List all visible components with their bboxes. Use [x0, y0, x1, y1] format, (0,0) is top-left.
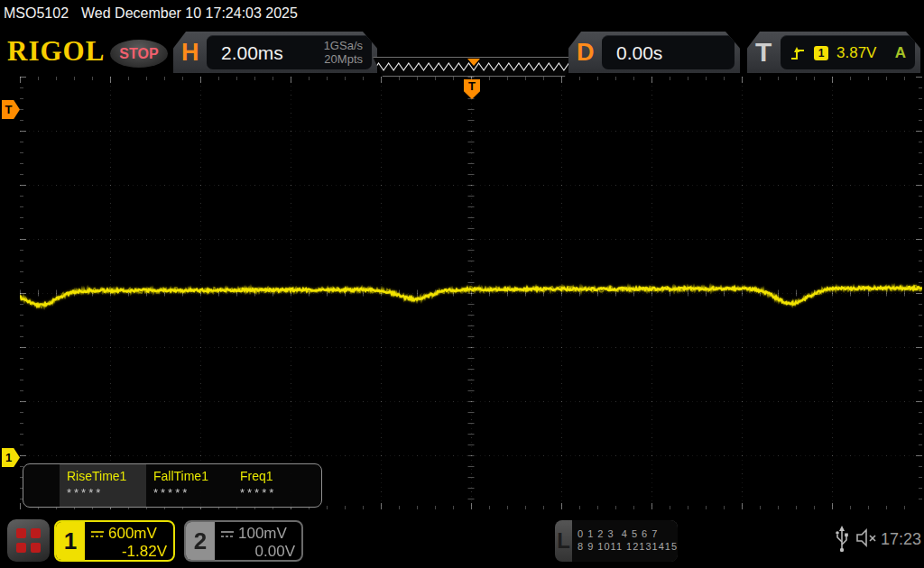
measurement-panel[interactable]: RiseTime1 ***** FallTime1 ***** Freq1 **… — [23, 463, 322, 508]
status-bar: MSO5102 Wed December 10 17:24:03 2025 — [0, 0, 924, 27]
dc-coupling-icon — [220, 529, 235, 538]
channel1-offset: -1.82V — [90, 543, 167, 561]
preview-trigger-marker-icon — [467, 59, 480, 66]
channel1-readout: 600mV -1.82V — [85, 522, 173, 560]
memory-depth: 20Mpts — [324, 52, 363, 66]
trigger-slope-icon — [790, 45, 806, 61]
dc-coupling-icon — [90, 529, 105, 538]
usb-icon — [834, 525, 850, 554]
logic-channel-list: 0 1 2 3 4 5 6 78 9 1011 12131415 — [572, 520, 678, 562]
four-squares-icon — [16, 528, 42, 554]
measurement-item-freq[interactable]: Freq1 ***** — [233, 464, 319, 507]
channel2-block[interactable]: 2 100mV 0.00V — [184, 520, 303, 562]
logic-row1: 0 1 2 3 4 5 6 7 — [578, 528, 658, 539]
horizontal-label: H — [181, 39, 199, 67]
rigol-logo: RIGOL — [7, 35, 105, 68]
logic-channels-block[interactable]: L 0 1 2 3 4 5 6 78 9 1011 12131415 — [555, 520, 678, 562]
delay-inner: 0.00s — [602, 35, 735, 69]
bottom-bar: 1 600mV -1.82V 2 100mV 0.00V — [0, 514, 924, 568]
logic-label: L — [555, 520, 572, 562]
logic-row2: 8 9 1011 12131415 — [578, 541, 678, 552]
channel1-scale: 600mV — [108, 525, 157, 543]
channel2-readout: 100mV 0.00V — [215, 522, 301, 560]
channel2-scale: 100mV — [238, 525, 287, 543]
delay-value: 0.00s — [616, 42, 662, 64]
trigger-level-value: 3.87V — [836, 44, 876, 62]
trigger-block[interactable]: T 1 3.87V A — [747, 32, 920, 73]
windows-menu-button[interactable] — [7, 519, 50, 562]
acquisition-info: 1GSa/s20Mpts — [324, 40, 363, 67]
waveform-canvas[interactable] — [20, 77, 922, 509]
channel1-number: 1 — [56, 522, 85, 560]
trigger-level-marker[interactable]: T — [2, 100, 20, 119]
measurement-value: ***** — [67, 486, 146, 499]
measurement-value: ***** — [153, 486, 233, 499]
delay-block[interactable]: D 0.00s — [568, 32, 740, 73]
sample-rate: 1GSa/s — [324, 39, 363, 52]
trigger-inner: 1 3.87V A — [781, 35, 915, 69]
model-name: MSO5102 — [4, 5, 69, 22]
waveform-display — [20, 77, 922, 509]
run-state-badge: STOP — [110, 40, 168, 68]
channel1-ground-marker[interactable]: 1 — [2, 448, 20, 467]
channel2-number: 2 — [186, 522, 215, 560]
timebase-value: 2.00ms — [221, 42, 283, 64]
horizontal-inner: 2.00ms 1GSa/s20Mpts — [207, 35, 372, 69]
measurement-item-risetime[interactable]: RiseTime1 ***** — [60, 464, 146, 507]
trigger-source-badge: 1 — [814, 46, 828, 60]
measurement-item-falltime[interactable]: FallTime1 ***** — [146, 464, 233, 507]
clock: 17:23 — [881, 530, 921, 549]
channel1-block[interactable]: 1 600mV -1.82V — [54, 520, 175, 562]
horizontal-settings-block[interactable]: H 2.00ms 1GSa/s20Mpts — [173, 32, 377, 73]
measurement-label: FallTime1 — [153, 469, 233, 483]
trigger-sweep-mode: A — [895, 44, 906, 62]
trigger-label: T — [755, 37, 772, 68]
datetime: Wed December 10 17:24:03 2025 — [81, 5, 298, 22]
measurement-value: ***** — [240, 486, 319, 499]
header-bar: RIGOL STOP H 2.00ms 1GSa/s20Mpts Measure… — [0, 27, 924, 77]
delay-label: D — [577, 39, 595, 67]
waveform-preview-strip[interactable] — [373, 57, 575, 77]
channel2-offset: 0.00V — [220, 543, 295, 561]
measurement-label: Freq1 — [240, 469, 319, 483]
speaker-muted-icon[interactable] — [855, 528, 879, 548]
measurement-label: RiseTime1 — [67, 469, 146, 483]
